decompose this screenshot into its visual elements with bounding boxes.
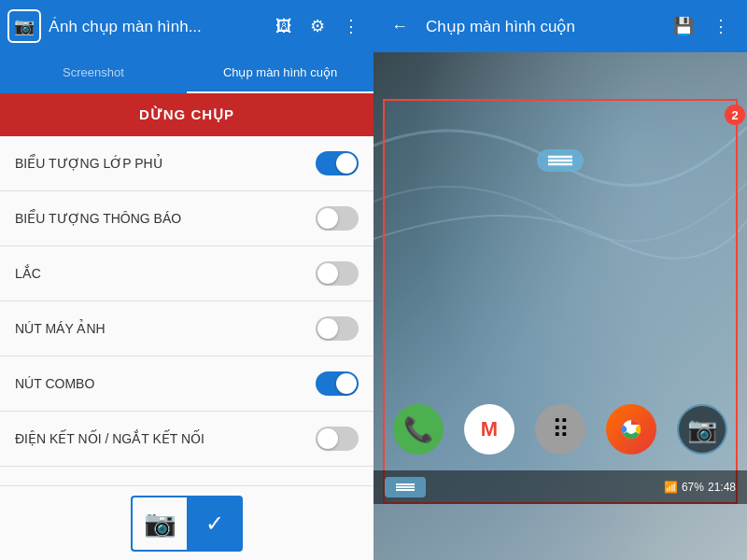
- settings-list: BIỂU TƯỢNG LỚP PHỦ BIỂU TƯỢNG THÔNG BÁO …: [0, 136, 374, 485]
- right-title: Chụp màn hình cuộn: [426, 17, 657, 36]
- header-actions: 🖼 ⚙ ⋮: [269, 11, 366, 41]
- notif-icon-toggle[interactable]: [316, 206, 359, 231]
- right-panel: ← Chụp màn hình cuộn 💾 ⋮: [374, 0, 747, 560]
- wifi-icon: 📶: [664, 481, 678, 494]
- footer-camera-icon: 📷: [131, 496, 187, 552]
- scroll-indicator-bottom: [385, 477, 426, 497]
- setting-overlay-icon: BIỂU TƯỢNG LỚP PHỦ: [0, 136, 374, 191]
- right-more-icon[interactable]: ⋮: [706, 11, 736, 41]
- camera-btn-toggle[interactable]: [316, 316, 359, 341]
- more-icon[interactable]: ⋮: [336, 11, 366, 41]
- overlay-icon-label: BIỂU TƯỢNG LỚP PHỦ: [15, 156, 162, 171]
- setting-shake: LẮC: [0, 246, 374, 301]
- wallpaper: 📞 M ⠿ 📷: [374, 52, 747, 560]
- combo-btn-label: NÚT COMBO: [15, 376, 94, 391]
- status-icons: 📶 67% 21:48: [664, 481, 736, 494]
- setting-camera-btn: NÚT MÁY ẢNH: [0, 301, 374, 357]
- camera-btn-label: NÚT MÁY ẢNH: [15, 321, 106, 336]
- app-icon: 📷: [7, 9, 41, 43]
- back-icon[interactable]: ←: [385, 11, 415, 41]
- battery-text: 67%: [682, 481, 704, 494]
- svg-point-5: [627, 425, 636, 434]
- scroll-indicator-top: [535, 147, 585, 177]
- notif-icon-label: BIỂU TƯỢNG THÔNG BÁO: [15, 211, 181, 226]
- chrome-app-icon: [606, 404, 656, 455]
- combo-btn-toggle[interactable]: [316, 371, 359, 396]
- image-icon[interactable]: 🖼: [269, 11, 299, 41]
- phone-app-icon: 📞: [393, 404, 444, 455]
- dock-area: 📞 M ⠿ 📷: [374, 392, 747, 467]
- settings-icon[interactable]: ⚙: [303, 11, 332, 41]
- left-header: 📷 Ảnh chụp màn hình... 🖼 ⚙ ⋮: [0, 0, 374, 52]
- tab-screenshot[interactable]: Screenshot: [0, 52, 187, 93]
- tab-bar: Screenshot Chụp màn hình cuộn 1: [0, 52, 374, 93]
- setting-combo-btn: NÚT COMBO: [0, 357, 374, 412]
- apps-icon: ⠿: [535, 404, 585, 455]
- step-badge-2: 2: [725, 105, 745, 125]
- setting-notif-icon: BIỂU TƯỢNG THÔNG BÁO: [0, 191, 374, 246]
- left-footer: 📷 ✓: [0, 485, 374, 560]
- time-display: 21:48: [708, 481, 736, 494]
- shake-toggle[interactable]: [316, 261, 359, 286]
- camera-app-icon: 📷: [677, 404, 727, 455]
- right-header: ← Chụp màn hình cuộn 💾 ⋮: [374, 0, 747, 52]
- save-icon[interactable]: 💾: [669, 11, 698, 41]
- tab-scroll-capture[interactable]: Chụp màn hình cuộn: [187, 52, 374, 93]
- footer-confirm-button[interactable]: ✓: [187, 496, 243, 552]
- phone-preview: 📞 M ⠿ 📷: [374, 52, 747, 560]
- shake-label: LẮC: [15, 266, 41, 281]
- connect-toggle[interactable]: [316, 427, 359, 451]
- left-panel: 📷 Ảnh chụp màn hình... 🖼 ⚙ ⋮ Screenshot …: [0, 0, 374, 560]
- app-title: Ảnh chụp màn hình...: [49, 17, 261, 36]
- right-header-icons: 💾 ⋮: [669, 11, 736, 41]
- status-bar: 📶 67% 21:48: [374, 470, 747, 504]
- overlay-icon-toggle[interactable]: [316, 151, 359, 175]
- stop-capture-button[interactable]: DỪNG CHỤP: [0, 93, 374, 136]
- setting-connect: ĐIỆN KẾT NỐI / NGẮT KẾT NỐI: [0, 412, 374, 467]
- gmail-app-icon: M: [464, 404, 514, 455]
- connect-label: ĐIỆN KẾT NỐI / NGẮT KẾT NỐI: [15, 431, 204, 446]
